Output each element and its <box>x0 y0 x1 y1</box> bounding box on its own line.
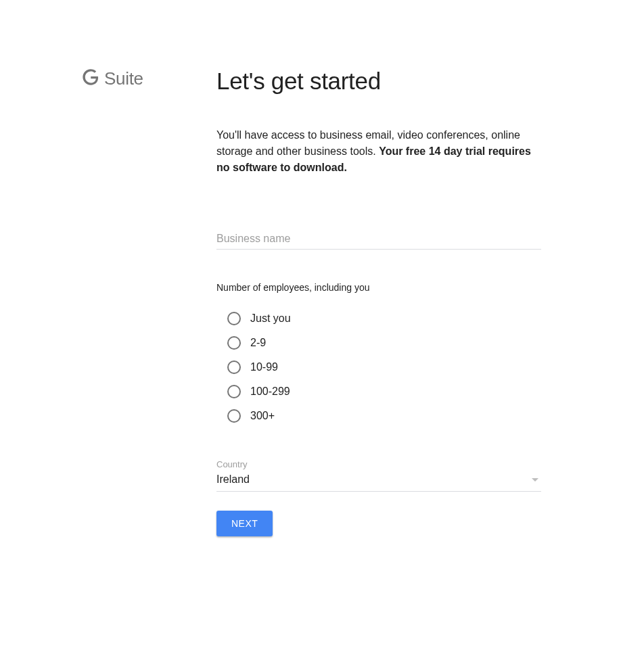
radio-icon <box>227 336 241 350</box>
business-name-field <box>216 230 541 250</box>
page-title: Let's get started <box>216 68 541 95</box>
radio-label: 2-9 <box>250 337 266 349</box>
radio-icon <box>227 409 241 423</box>
radio-icon <box>227 360 241 374</box>
chevron-down-icon <box>532 478 538 482</box>
radio-label: 100-299 <box>250 386 290 398</box>
next-button[interactable]: NEXT <box>216 511 273 536</box>
country-value: Ireland <box>216 473 250 486</box>
radio-label: 10-99 <box>250 361 278 373</box>
radio-300-plus[interactable]: 300+ <box>227 409 541 423</box>
country-label: Country <box>216 459 541 469</box>
employees-label: Number of employees, including you <box>216 282 541 293</box>
signup-page: Suite Let's get started You'll have acce… <box>0 0 644 536</box>
main-content: Let's get started You'll have access to … <box>216 68 541 536</box>
gsuite-logo: Suite <box>0 68 216 89</box>
employees-radio-group: Just you 2-9 10-99 100-299 300+ <box>216 312 541 423</box>
country-field: Country Ireland <box>216 459 541 492</box>
sidebar: Suite <box>0 68 216 536</box>
radio-10-99[interactable]: 10-99 <box>227 360 541 374</box>
radio-icon <box>227 385 241 398</box>
radio-100-299[interactable]: 100-299 <box>227 385 541 398</box>
radio-icon <box>227 312 241 325</box>
radio-label: 300+ <box>250 410 275 422</box>
country-select[interactable]: Ireland <box>216 473 541 492</box>
radio-just-you[interactable]: Just you <box>227 312 541 325</box>
radio-label: Just you <box>250 312 291 325</box>
intro-text: You'll have access to business email, vi… <box>216 127 541 176</box>
suite-text: Suite <box>104 70 143 87</box>
google-g-icon <box>81 68 100 89</box>
radio-2-9[interactable]: 2-9 <box>227 336 541 350</box>
business-name-input[interactable] <box>216 230 541 250</box>
